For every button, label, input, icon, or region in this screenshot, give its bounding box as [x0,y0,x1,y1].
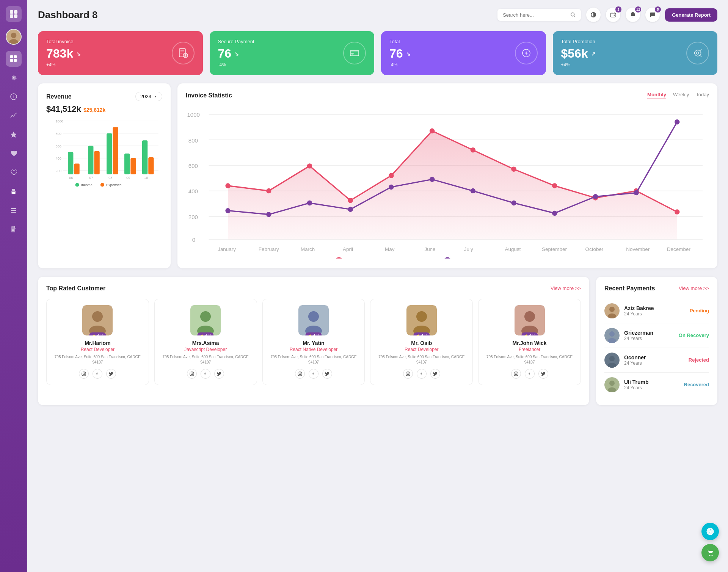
customer-rating: 4.2 [305,332,322,335]
generate-report-button[interactable]: Generate Report [665,8,717,22]
stat-cards: Total invoice 783k ↘ +4% [38,31,717,75]
svg-text:800: 800 [55,132,61,136]
svg-point-117 [444,257,451,259]
svg-point-163 [609,331,615,337]
payment-item: Oconner 24 Years Rejected [604,348,709,373]
customers-view-more[interactable]: View more >> [551,285,581,291]
svg-marker-130 [201,334,204,335]
instagram-icon[interactable] [511,369,521,379]
svg-rect-123 [82,372,86,376]
user-avatar[interactable] [6,29,22,45]
svg-rect-51 [107,133,112,174]
instagram-icon[interactable] [295,369,305,379]
twitter-icon[interactable] [106,369,116,379]
sidebar-item-heart[interactable] [6,146,22,161]
sidebar-item-list[interactable] [6,202,22,218]
stat-card-promotion-trend: +4% [561,62,596,67]
svg-point-125 [85,373,85,373]
payment-info: Griezerman 24 Years [624,330,674,341]
svg-text:10: 10 [144,176,148,180]
twitter-icon[interactable] [322,369,332,379]
svg-point-84 [430,129,435,133]
svg-point-101 [634,190,639,195]
stat-card-promotion-value: $56k ↗ [561,47,596,61]
svg-text:Expenses: Expenses [106,183,122,187]
sidebar-item-analytics[interactable] [6,108,22,124]
instagram-icon[interactable] [79,369,89,379]
sidebar-item-document[interactable] [6,221,22,237]
messages-btn[interactable]: 5 [645,8,660,22]
svg-rect-3 [14,14,17,18]
sidebar-item-settings[interactable] [6,70,22,86]
customer-role: Freelancer [483,347,576,352]
facebook-icon[interactable]: f [93,369,102,379]
stat-card-promotion-icon [686,42,709,64]
facebook-icon[interactable]: f [309,369,318,379]
svg-text:09: 09 [126,176,130,180]
sidebar-item-dashboard[interactable] [6,51,22,67]
stat-card-invoice-icon [172,42,195,64]
stat-card-payment[interactable]: Secure Payment 76 ↘ -4% [210,31,375,75]
svg-text:November: November [626,246,650,252]
cart-fab[interactable] [701,544,719,561]
svg-rect-8 [14,55,17,58]
customer-name: Mr.John Wick [483,340,576,346]
payment-item: Griezerman 24 Years On Recovery [604,323,709,348]
tab-monthly[interactable]: Monthly [647,92,666,99]
customer-socials: f [159,369,252,379]
year-select[interactable]: 2023 [135,92,162,101]
payments-view-more[interactable]: View more >> [679,285,709,291]
svg-text:600: 600 [188,163,198,169]
invoice-tabs: Monthly Weekly Today [647,92,709,99]
svg-point-79 [225,183,230,188]
wallet-btn[interactable]: 2 [606,8,620,22]
dark-mode-toggle[interactable] [586,8,601,22]
svg-point-149 [409,373,409,373]
stat-card-payment-icon [343,42,366,64]
payment-info: Oconner 24 Years [624,354,684,366]
sidebar-item-info[interactable]: i [6,89,22,105]
facebook-icon[interactable]: f [201,369,210,379]
svg-text:800: 800 [188,137,198,144]
svg-marker-122 [93,334,96,335]
svg-text:February: February [259,246,279,252]
svg-rect-50 [94,151,99,174]
notifications-btn[interactable]: 12 [626,8,640,22]
svg-rect-139 [298,372,302,376]
svg-text:f: f [96,371,98,376]
facebook-icon[interactable]: f [417,369,427,379]
stat-card-invoice[interactable]: Total invoice 783k ↘ +4% [38,31,203,75]
app-logo[interactable] [6,6,22,22]
svg-rect-15 [12,189,15,191]
tab-today[interactable]: Today [696,92,709,99]
customer-socials: f [483,369,576,379]
sidebar-item-heart2[interactable] [6,165,22,180]
customer-name: Mr. Osib [375,340,468,346]
svg-text:1000: 1000 [55,119,63,123]
payment-age: 24 Years [624,385,679,390]
search-input[interactable] [503,12,567,18]
stat-card-total-value: 76 ↘ [389,47,411,61]
stat-card-total[interactable]: Total 76 ↘ -4% [381,31,546,75]
tab-weekly[interactable]: Weekly [673,92,689,99]
svg-text:06: 06 [69,176,73,180]
customer-name: Mr.Hariom [51,340,144,346]
svg-text:December: December [667,246,691,252]
instagram-icon[interactable] [403,369,413,379]
revenue-comparison: $25,612k [83,107,105,113]
stat-card-promotion[interactable]: Total Promotion $56k ↗ +4% [553,31,718,75]
customer-socials: f [375,369,468,379]
svg-point-96 [430,177,435,182]
twitter-icon[interactable] [430,369,440,379]
svg-rect-21 [12,229,14,230]
sidebar-item-print[interactable] [6,183,22,199]
svg-point-120 [92,311,103,322]
payment-info: Uli Trumb 24 Years [624,379,679,390]
support-fab[interactable] [701,523,719,540]
instagram-icon[interactable] [187,369,197,379]
sidebar-item-star[interactable] [6,127,22,143]
twitter-icon[interactable] [214,369,224,379]
payment-avatar [604,328,620,343]
twitter-icon[interactable] [538,369,548,379]
facebook-icon[interactable]: f [525,369,535,379]
